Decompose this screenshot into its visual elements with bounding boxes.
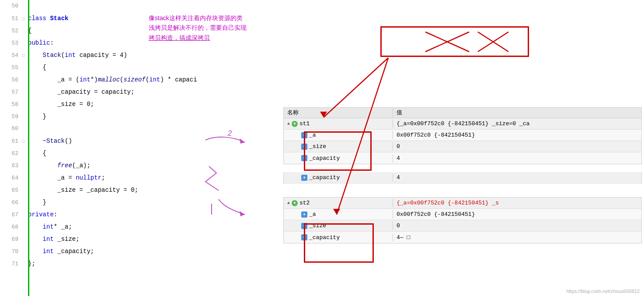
header-value-col: 值	[393, 108, 641, 118]
line-67: 67 private:	[0, 208, 315, 221]
separator-row: ♦ _capacity 4	[283, 172, 642, 183]
line-65: 65 _size = _capacity = 0;	[0, 184, 315, 196]
debug-cell-capacity-value: 4	[393, 154, 641, 162]
separator-capacity-value: 4	[393, 173, 404, 182]
debug-row-st2-a: ♦ _a 0x00f752c0 {-842150451}	[284, 209, 641, 220]
debug-cell-st2-a-name: ♦ _a	[284, 210, 393, 218]
debug-cell-st2-name: ▲ ● st2	[284, 199, 393, 207]
debug-cell-a-value: 0x00f752c0 {-842150451}	[393, 131, 641, 139]
line-60: 60	[0, 123, 315, 135]
line-54: 54 □ Stack(int capacity = 4)	[0, 49, 315, 61]
line-66: 66 }	[0, 196, 315, 208]
st2-label: st2	[299, 200, 310, 206]
separator-field-icon: ♦	[301, 175, 307, 181]
line-57: 57 _capacity = capacity;	[0, 86, 315, 98]
line-59: 59 }	[0, 110, 315, 123]
line-71: 71 };	[0, 257, 315, 270]
line-70: 70 int _capacity;	[0, 245, 315, 257]
annotation-area: 像stack这样关注着内存块资源的类 浅拷贝是解决不行的，需要自己实现 拷贝构造…	[149, 13, 280, 42]
debug-cell-st2-a-value: 0x00f752c0 {-842150451}	[393, 210, 641, 218]
red-box-st2-fields	[304, 223, 374, 263]
annotation-text: 像stack这样关注着内存块资源的类 浅拷贝是解决不行的，需要自己实现 拷贝构造…	[149, 13, 280, 42]
line-63: 63 free(_a);	[0, 159, 315, 172]
st1-label: st1	[299, 120, 310, 127]
line-58: 58 _size = 0;	[0, 98, 315, 110]
line-64: 64 _a = nullptr;	[0, 172, 315, 184]
debug-cell-st1-value: {_a=0x00f752c0 {-842150451} _size=0 _ca	[393, 120, 641, 128]
debug-row-st1[interactable]: ▲ ● st1 {_a=0x00f752c0 {-842150451} _siz…	[284, 118, 641, 130]
line-56: 56 _a = (int*)malloc(sizeof(int) * capac…	[0, 74, 315, 86]
field-icon-st2-a: ♦	[301, 211, 307, 218]
expand-icon-st1[interactable]: ▲	[287, 121, 290, 126]
debug-cell-st1-name: ▲ ● st1	[284, 120, 393, 128]
separator-capacity-label: _capacity	[309, 174, 340, 181]
debug-cell-st2-size-value: 0	[393, 222, 641, 230]
line-61: 61 □ ~Stack()	[0, 135, 315, 147]
line-55: 55 {	[0, 61, 315, 74]
line-68: 68 int* _a;	[0, 221, 315, 233]
expand-icon-st2[interactable]: ▲	[287, 201, 290, 205]
code-area: 50 51 □ class Stack 52 { 53 public: 54 □…	[0, 0, 315, 296]
x-marks	[382, 28, 530, 58]
obj-icon-st2: ●	[292, 200, 298, 206]
line-50: 50	[0, 0, 315, 12]
debug-cell-size-value: 0	[393, 142, 641, 151]
debug-row-st2[interactable]: ▲ ● st2 {_a=0x00f752c0 {-842150451} _s	[284, 197, 641, 209]
debug-cell-st2-value: {_a=0x00f752c0 {-842150451} _s	[393, 199, 641, 207]
obj-icon-st1: ●	[292, 121, 298, 127]
watermark: https://blog.csdn.net/zhous000812	[566, 289, 640, 294]
header-name-col: 名称	[284, 108, 393, 118]
red-box-st1-fields	[304, 131, 372, 171]
memory-block-box	[380, 26, 529, 57]
separator-capacity-name: ♦ _capacity	[284, 173, 393, 182]
debug-table-header: 名称 值	[284, 108, 641, 118]
green-bar	[28, 0, 29, 296]
line-69: 69 int _size;	[0, 233, 315, 245]
line-62: 62 {	[0, 147, 315, 159]
debug-cell-st2-capacity-value: 4— □	[393, 233, 641, 242]
field-st2-a-label: _a	[309, 211, 316, 218]
